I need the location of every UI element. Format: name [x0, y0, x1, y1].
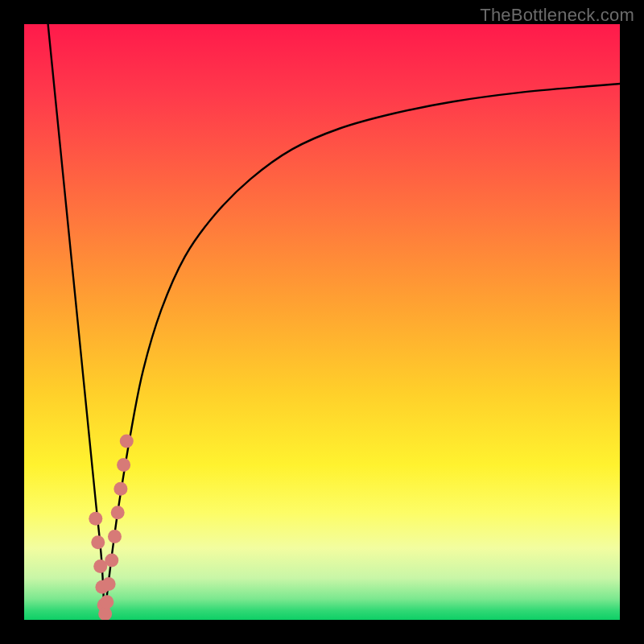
marker-dot [108, 530, 122, 543]
marker-dot [91, 535, 105, 549]
marker-dot [111, 506, 125, 519]
curve-right-branch [105, 84, 620, 620]
chart-frame: TheBottleneck.com [0, 0, 644, 644]
marker-dot [114, 482, 127, 496]
marker-dot [100, 595, 114, 609]
marker-group [89, 435, 133, 621]
marker-dot [117, 458, 130, 472]
curve-left-branch [48, 24, 105, 620]
marker-dot [89, 512, 102, 526]
marker-dot [102, 577, 116, 591]
marker-dot [120, 435, 134, 448]
plot-area [24, 24, 620, 620]
marker-dot [105, 554, 118, 568]
watermark-text: TheBottleneck.com [480, 5, 634, 26]
curve-layer [24, 24, 620, 620]
